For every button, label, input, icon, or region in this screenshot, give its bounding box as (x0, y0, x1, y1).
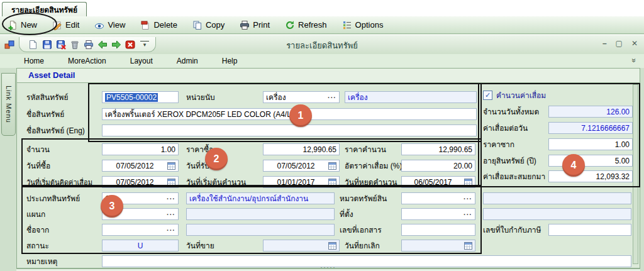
ellipsis-icon[interactable]: ··· (167, 212, 175, 217)
ellipsis-icon[interactable]: ··· (464, 212, 472, 217)
menu-home[interactable]: Home (24, 57, 44, 65)
quantity-input[interactable]: 1.00 (102, 143, 179, 155)
unit-lookup-input[interactable]: เครื่อง··· (263, 91, 340, 103)
calendar-icon[interactable] (464, 242, 472, 250)
delete-button[interactable]: Delete (140, 20, 177, 30)
delete-icon (140, 20, 150, 30)
calc-depreciation-checkbox[interactable]: ✓ (483, 91, 492, 100)
menu-overflow-icon[interactable]: » (630, 58, 639, 63)
salvage-label: ราคาซาก (483, 138, 548, 150)
asset-code-value: PV5505-00002 (105, 93, 158, 102)
section-header: Asset Detail (17, 69, 640, 83)
row-purchase-date: วันที่ซื้อ 07/05/2012 วันที่รับ 07/05/20… (26, 159, 477, 172)
asset-code-label: รหัสสินทรัพย์ (26, 91, 102, 103)
ellipsis-icon[interactable]: ··· (328, 95, 336, 100)
vendor-lookup-input[interactable]: ··· (102, 224, 179, 236)
depreciation-start-input[interactable]: 07/05/2012 (102, 176, 179, 188)
annotation-badge-2: 2 (205, 148, 228, 170)
refresh-icon (285, 20, 295, 30)
calendar-icon[interactable] (328, 179, 336, 186)
maximize-button[interactable]: ▢ (616, 39, 623, 48)
annotation-badge-1: 1 (289, 104, 312, 127)
asset-category-label: หมวดทรัพย์สิน (340, 192, 401, 204)
ellipsis-icon[interactable]: ··· (167, 228, 175, 233)
row-accumulated: ค่าเสื่อมสะสมยกมา 12,093.32 (483, 170, 633, 183)
asset-type-label: ประเภทสินทรัพย์ (26, 192, 102, 204)
depreciation-rate-label: อัตราค่าเสื่อม (%) (345, 160, 401, 172)
document-no-input[interactable] (401, 224, 475, 236)
asset-category-lookup-input[interactable]: ··· (401, 192, 475, 204)
calc-price-input[interactable]: 12,990.65 (401, 143, 475, 155)
menu-admin[interactable]: Admin (177, 57, 198, 65)
purchase-date-input[interactable]: 07/05/2012 (102, 160, 179, 172)
window-body: Link Menu Asset Detail รหัสสินทรัพย์ PV5… (0, 68, 644, 271)
purchase-price-input[interactable]: 12,990.65 (263, 143, 340, 155)
accumulated-input[interactable]: 12,093.32 (548, 170, 633, 182)
ellipsis-icon[interactable]: ··· (464, 196, 472, 201)
depreciation-rate-input[interactable]: 20.00 (401, 160, 475, 172)
row-total-days: จำนวนวันทั้งหมด 126.00 (483, 105, 633, 118)
calc-price-label: ราคาคำนวน (345, 143, 401, 155)
salvage-input[interactable]: 1.00 (548, 138, 633, 150)
edit-button[interactable]: Edit (52, 20, 79, 30)
calc-stop-label: วันที่หยุดคำนวน (345, 176, 401, 188)
new-button[interactable]: New (8, 20, 37, 30)
options-button[interactable]: Options (342, 20, 384, 30)
per-day-field: 7.1216666667 (548, 122, 633, 134)
annotation-badge-4: 4 (562, 154, 585, 177)
menu-moreaction[interactable]: MoreAction (68, 57, 106, 65)
calendar-icon[interactable] (167, 179, 175, 186)
copy-button[interactable]: Copy (192, 20, 225, 30)
location-lookup-input[interactable]: ··· (401, 208, 475, 220)
depreciation-start-label: วันที่เริ่มต้นคิดค่าเสื่อม (26, 177, 102, 188)
department-label: แผนก (26, 208, 102, 220)
tab-asset-detail[interactable]: รายละเอียดสินทรัพย์ (2, 2, 87, 16)
total-days-label: จำนวนวันทั้งหมด (483, 106, 548, 118)
tax-invoice-input[interactable] (548, 224, 631, 236)
window-controls: – ▢ ✕ (602, 39, 638, 48)
vendor-display-field (186, 224, 335, 236)
receive-date-input[interactable]: 07/05/2012 (263, 160, 340, 172)
life-years-label: อายุสินทรัพย์ (ปี) (483, 155, 548, 167)
row-status: สถานะ U วันที่ขาย วันที่ยกเลิก (26, 239, 477, 252)
asset-code-input[interactable]: PV5505-00002 (102, 91, 179, 103)
ellipsis-icon[interactable]: ··· (167, 196, 175, 201)
calc-start-input[interactable]: 01/01/2017 (263, 176, 340, 188)
close-button[interactable]: ✕ (631, 39, 638, 48)
menu-help[interactable]: Help (222, 57, 238, 65)
print-button[interactable]: Print (240, 20, 270, 30)
life-years-input[interactable]: 5.00 (548, 155, 633, 167)
row-category-display (483, 192, 631, 205)
tax-invoice-label: เลขที่ใบกำกับภาษี (483, 224, 548, 236)
department-display-field (186, 208, 335, 220)
link-menu-tab[interactable]: Link Menu (1, 73, 16, 136)
app-window: รายละเอียดสินทรัพย์ New Edit View Delete… (0, 0, 644, 271)
row-per-day: ค่าเสื่อมต่อวัน 7.1216666667 (483, 121, 633, 135)
cancel-date-label: วันที่ยกเลิก (345, 240, 401, 252)
window-title: รายละเอียดสินทรัพย์ (0, 39, 644, 52)
calc-start-label: วันที่เริ่มต้นคำนวน (186, 176, 258, 188)
document-no-label: เลขที่เอกสาร (340, 224, 401, 236)
menu-layout[interactable]: Layout (130, 57, 153, 65)
minimize-button[interactable]: – (602, 39, 607, 48)
row-vendor: ชื่อจาก ··· เลขที่เอกสาร (26, 223, 477, 236)
asset-name-eng-label: ชื่อสินทรัพย์ (Eng) (26, 124, 102, 136)
status-field: U (102, 240, 179, 252)
vertical-scrollbar[interactable] (633, 84, 638, 264)
sell-date-input[interactable] (263, 240, 340, 252)
calc-stop-input[interactable]: 06/05/2017 (401, 176, 475, 188)
view-icon (94, 20, 104, 30)
calendar-icon[interactable] (328, 162, 336, 170)
menu-bar: Home MoreAction Layout Admin Help » (0, 54, 644, 68)
row-life-years: อายุสินทรัพย์ (ปี) 5.00 (483, 154, 633, 167)
row-department: แผนก ··· ที่ตั้ง ··· (26, 207, 477, 221)
calendar-icon[interactable] (167, 162, 175, 170)
asset-name-eng-input[interactable] (102, 124, 477, 136)
view-button[interactable]: View (94, 20, 125, 30)
calendar-icon[interactable] (464, 179, 472, 186)
calendar-icon[interactable] (328, 242, 336, 250)
refresh-button[interactable]: Refresh (285, 20, 327, 30)
vendor-label: ชื่อจาก (26, 224, 102, 236)
cancel-date-input[interactable] (401, 240, 475, 252)
options-icon (342, 20, 352, 30)
